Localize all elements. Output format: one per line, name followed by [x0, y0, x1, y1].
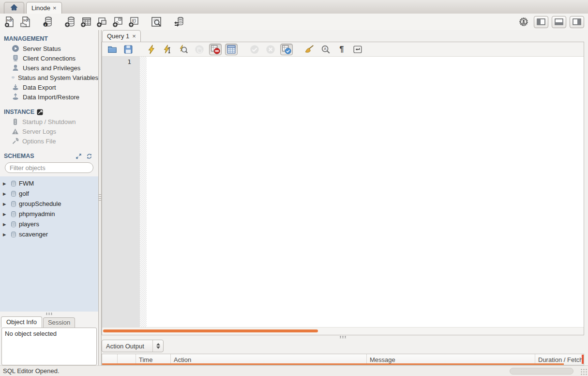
sidebar-item-label: Data Export [23, 84, 56, 91]
output-selector[interactable]: Action Output [102, 340, 164, 352]
output-horizontal-scrollbar[interactable] [510, 368, 573, 375]
sidebar-item-data-import[interactable]: Data Import/Restore [0, 92, 98, 102]
toggle-left-panel-button[interactable] [534, 16, 548, 28]
close-icon[interactable]: × [53, 4, 57, 12]
window-tab-strip: Linode × [0, 0, 588, 14]
resize-grip[interactable] [580, 368, 587, 375]
show-invisibles-button[interactable]: ¶ [335, 44, 348, 55]
rollback-icon [265, 44, 276, 55]
schema-icon [10, 190, 17, 197]
query-tab[interactable]: Query 1 × [102, 30, 141, 42]
toggle-autocommit-button[interactable] [280, 44, 293, 55]
sidebar-item-data-export[interactable]: Data Export [0, 82, 98, 92]
new-sql-tab-icon: SQL [4, 16, 15, 28]
create-procedure-button[interactable] [111, 15, 125, 29]
sidebar-horizontal-splitter[interactable] [0, 312, 98, 315]
toggle-stop-on-error-icon [210, 44, 221, 55]
sidebar-item-label: Startup / Shutdown [22, 118, 76, 125]
toggle-right-panel-button[interactable] [570, 16, 584, 28]
schema-name: golf [19, 190, 29, 197]
sidebar-item-startup-shutdown[interactable]: Startup / Shutdown [0, 117, 98, 126]
explain-icon [178, 44, 189, 55]
reconnect-button[interactable] [172, 15, 185, 29]
schema-name: phpmyadmin [19, 210, 55, 218]
sidebar-item-client-connections[interactable]: Client Connections [0, 53, 98, 63]
output-selector-value: Action Output [102, 343, 152, 350]
sidebar-item-server-status[interactable]: Server Status [0, 44, 98, 53]
tab-object-info[interactable]: Object Info [1, 316, 42, 328]
schema-name: scavenger [19, 231, 48, 238]
save-script-button[interactable] [122, 44, 135, 55]
execute-current-button[interactable] [161, 44, 174, 55]
close-icon[interactable]: × [132, 32, 136, 40]
line-number: 1 [127, 58, 131, 65]
create-view-button[interactable] [95, 15, 109, 29]
toggle-bottom-panel-icon [555, 18, 563, 25]
wrap-text-button[interactable] [351, 44, 364, 55]
spinner-arrows-icon[interactable] [152, 340, 163, 352]
schema-inspector-button[interactable]: i [41, 15, 55, 29]
schema-filter-input[interactable] [10, 164, 95, 172]
schema-name: groupSchedule [19, 200, 61, 207]
expand-arrow-icon[interactable]: ▶ [3, 191, 8, 196]
sidebar-item-users-and-privileges[interactable]: Users and Privileges [0, 63, 98, 73]
find-button[interactable]: A [319, 44, 332, 55]
sidebar-item-label: Client Connections [23, 55, 75, 62]
create-function-icon: f() [128, 16, 140, 28]
startup-shutdown-icon [12, 118, 19, 125]
sidebar-item-system-variables[interactable]: Status and System Variables [0, 73, 98, 82]
limit-rows-button[interactable] [225, 44, 238, 55]
management-title: MANAGEMENT [4, 35, 48, 42]
wrap-text-icon [352, 44, 363, 55]
open-sql-script-icon: SQL [20, 16, 31, 28]
beautify-button[interactable] [303, 44, 316, 55]
sidebar-item-server-logs[interactable]: Server Logs [0, 126, 98, 136]
schema-row-scavenger[interactable]: ▶ scavenger [0, 229, 98, 239]
editor-horizontal-scrollbar[interactable] [102, 327, 584, 335]
execute-button[interactable] [145, 44, 158, 55]
toggle-bottom-panel-button[interactable] [552, 16, 566, 28]
new-sql-tab-button[interactable]: SQL [3, 15, 16, 29]
create-table-button[interactable] [79, 15, 93, 29]
object-info-text: No object selected [5, 330, 57, 337]
expand-arrow-icon[interactable]: ▶ [3, 181, 8, 186]
scrollbar-thumb[interactable] [103, 329, 318, 332]
wrench-badge-icon [37, 109, 43, 115]
expand-arrow-icon[interactable]: ▶ [3, 222, 8, 227]
schema-row-fwm[interactable]: ▶ FWM [0, 178, 98, 188]
grid-vertical-scrollbar[interactable] [582, 355, 584, 364]
navigator-sidebar: MANAGEMENT Server Status Client Connecti… [0, 30, 98, 365]
expand-schemas-icon[interactable] [75, 153, 82, 159]
sql-editor-panel: A ¶ 1 [102, 42, 584, 335]
create-schema-button[interactable] [63, 15, 77, 29]
sql-code-area[interactable] [147, 57, 584, 327]
sidebar-splitter[interactable] [98, 30, 102, 365]
connection-tab[interactable]: Linode × [26, 2, 62, 14]
schema-row-groupschedule[interactable]: ▶ groupSchedule [0, 199, 98, 209]
management-section-header: MANAGEMENT [0, 33, 98, 44]
schema-row-phpmyadmin[interactable]: ▶ phpmyadmin [0, 209, 98, 219]
expand-arrow-icon[interactable]: ▶ [3, 232, 8, 237]
sidebar-item-label: Server Status [23, 45, 61, 52]
tab-session[interactable]: Session [43, 317, 75, 328]
reconnect-icon [173, 16, 184, 28]
fold-margin [140, 57, 147, 327]
toggle-stop-on-error-button[interactable] [209, 44, 222, 55]
preferences-button[interactable] [517, 15, 530, 29]
schema-row-golf[interactable]: ▶ golf [0, 188, 98, 199]
client-connections-icon [12, 54, 19, 62]
refresh-schemas-icon[interactable] [86, 153, 92, 159]
sidebar-item-options-file[interactable]: Options File [0, 136, 98, 146]
expand-arrow-icon[interactable]: ▶ [3, 212, 8, 217]
open-script-button[interactable] [106, 44, 119, 55]
schemas-section-header: SCHEMAS [0, 150, 98, 161]
search-data-button[interactable] [150, 15, 163, 29]
home-tab[interactable] [4, 2, 24, 14]
schema-row-players[interactable]: ▶ players [0, 219, 98, 229]
home-icon [10, 3, 18, 13]
create-function-button[interactable]: f() [127, 15, 141, 29]
explain-button[interactable] [177, 44, 190, 55]
open-sql-script-button[interactable]: SQL [19, 15, 32, 29]
expand-arrow-icon[interactable]: ▶ [3, 202, 8, 206]
schemas-title: SCHEMAS [4, 153, 34, 159]
